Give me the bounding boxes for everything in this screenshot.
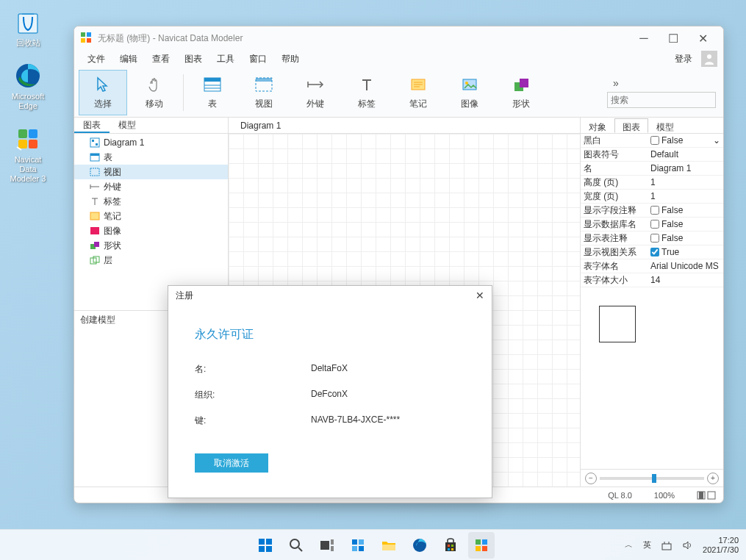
svg-rect-61	[352, 546, 357, 551]
property-grid: 黑白False⌄图表符号Default名Diagram 1高度 (页)1宽度 (…	[581, 134, 723, 287]
prop-row[interactable]: 图表符号Default	[581, 148, 723, 162]
tray-chevron-icon[interactable]: ︿	[625, 539, 633, 550]
tree-image[interactable]: 图像	[74, 223, 228, 238]
left-tab-model[interactable]: 模型	[110, 118, 145, 133]
volume-icon[interactable]	[682, 540, 692, 550]
tree-table[interactable]: 表	[74, 150, 228, 165]
tool-move[interactable]: 移动	[130, 70, 179, 115]
zoom-slider[interactable]	[600, 477, 704, 480]
svg-rect-60	[359, 539, 364, 545]
prop-checkbox[interactable]	[650, 248, 659, 256]
menu-view[interactable]: 查看	[145, 51, 177, 68]
taskbar-search[interactable]	[283, 532, 309, 559]
svg-rect-66	[448, 545, 450, 547]
prop-row[interactable]: 名Diagram 1	[581, 162, 723, 176]
search-box[interactable]	[607, 92, 716, 108]
svg-rect-58	[331, 546, 334, 551]
svg-rect-65	[445, 542, 456, 551]
shape-small-icon	[89, 240, 101, 251]
svg-rect-63	[382, 545, 395, 550]
prop-row[interactable]: 表字体名Arial Unicode MS	[581, 259, 723, 273]
desktop-recycle-bin[interactable]: 回收站	[6, 7, 50, 48]
image-icon	[459, 74, 480, 95]
tree-layer[interactable]: 层	[74, 253, 228, 268]
search-input[interactable]	[611, 95, 721, 105]
menu-tools[interactable]: 工具	[209, 51, 242, 68]
canvas-tab[interactable]: Diagram 1	[232, 119, 290, 132]
right-tab-model[interactable]: 模型	[648, 118, 682, 133]
svg-rect-73	[482, 546, 487, 551]
tool-note[interactable]: 笔记	[394, 70, 442, 115]
svg-rect-56	[320, 541, 329, 550]
table-icon	[202, 74, 223, 95]
prop-checkbox[interactable]	[650, 234, 659, 243]
register-dialog: 注册 ✕ 永久许可证 名:DeltaFoX 组织:DeFconX 键:NAVB-…	[168, 285, 492, 498]
taskbar-taskview[interactable]	[314, 532, 340, 559]
taskbar-edge[interactable]	[406, 532, 433, 559]
prop-row[interactable]: 显示视图关系True	[581, 245, 723, 259]
tree-label[interactable]: 标签	[74, 194, 228, 209]
tool-foreignkey[interactable]: 外键	[291, 70, 340, 115]
tool-image[interactable]: 图像	[445, 70, 494, 115]
preview-box	[581, 287, 723, 469]
tree-shape[interactable]: 形状	[74, 238, 228, 253]
prop-row[interactable]: 显示表注释False	[581, 231, 723, 245]
status-view-icons[interactable]	[697, 491, 717, 500]
desktop-edge[interactable]: Microsoft Edge	[6, 61, 50, 111]
prop-checkbox[interactable]	[650, 220, 659, 229]
right-tab-diagram[interactable]: 图表	[614, 118, 648, 133]
ime-indicator[interactable]: 英	[643, 539, 651, 550]
prop-checkbox[interactable]	[650, 206, 659, 215]
svg-rect-53	[266, 546, 272, 552]
taskbar: ︿ 英 17:20 2021/7/30	[0, 529, 746, 560]
prop-row[interactable]: 高度 (页)1	[581, 176, 723, 190]
tree-diagram1[interactable]: Diagram 1	[74, 135, 228, 150]
fk-small-icon	[89, 181, 101, 193]
menu-diagram[interactable]: 图表	[177, 51, 209, 68]
start-button[interactable]	[252, 532, 279, 559]
prop-row[interactable]: 宽度 (页)1	[581, 190, 723, 204]
network-icon[interactable]	[661, 540, 672, 550]
tool-shape[interactable]: 形状	[497, 70, 545, 115]
right-tab-object[interactable]: 对象	[581, 118, 614, 133]
menu-edit[interactable]: 编辑	[112, 51, 145, 68]
clock[interactable]: 17:20 2021/7/30	[703, 536, 739, 555]
prop-row[interactable]: 显示字段注释False	[581, 204, 723, 218]
user-avatar[interactable]	[701, 51, 717, 67]
close-button[interactable]: ✕	[688, 28, 717, 49]
tool-label[interactable]: 标签	[342, 70, 391, 115]
toolbar: 选择 移动 表 视图 外键 标签 笔记 图像	[74, 68, 723, 118]
svg-rect-5	[29, 140, 37, 148]
login-button[interactable]: 登录	[669, 51, 698, 68]
minimize-button[interactable]: ─	[629, 28, 659, 49]
desktop-navicat[interactable]: Navicat Data Modeler 3	[6, 124, 50, 184]
tool-view[interactable]: 视图	[240, 70, 288, 115]
dialog-close-button[interactable]: ✕	[476, 290, 484, 301]
zoom-in-button[interactable]: +	[707, 473, 719, 484]
left-tab-diagram[interactable]: 图表	[74, 118, 110, 133]
dropdown-icon[interactable]: ⌄	[713, 135, 723, 146]
tool-table[interactable]: 表	[188, 70, 237, 115]
prop-row[interactable]: 显示数据库名False	[581, 218, 723, 231]
menu-file[interactable]: 文件	[80, 51, 112, 68]
taskbar-navicat[interactable]	[468, 532, 495, 559]
zoom-out-button[interactable]: −	[585, 473, 597, 484]
menu-window[interactable]: 窗口	[242, 51, 274, 68]
taskbar-widgets[interactable]	[345, 532, 371, 559]
svg-rect-35	[90, 154, 99, 156]
prop-checkbox[interactable]	[650, 136, 659, 145]
svg-rect-71	[482, 539, 487, 545]
taskbar-explorer[interactable]	[376, 532, 402, 559]
toolbar-expand-icon[interactable]: »	[613, 77, 619, 89]
tree-view[interactable]: 视图	[74, 165, 228, 179]
menu-help[interactable]: 帮助	[274, 51, 306, 68]
prop-row[interactable]: 表字体大小14	[581, 273, 723, 287]
deactivate-button[interactable]: 取消激活	[195, 453, 268, 473]
taskbar-store[interactable]	[437, 532, 464, 559]
tool-select[interactable]: 选择	[79, 70, 127, 115]
prop-row[interactable]: 黑白False⌄	[581, 134, 723, 148]
tree-fk[interactable]: 外键	[74, 179, 228, 194]
object-tree: Diagram 1 表 视图 外键 标签 笔记 图像 形状 层	[74, 134, 228, 310]
tree-note[interactable]: 笔记	[74, 209, 228, 223]
maximize-button[interactable]: ☐	[659, 28, 688, 49]
